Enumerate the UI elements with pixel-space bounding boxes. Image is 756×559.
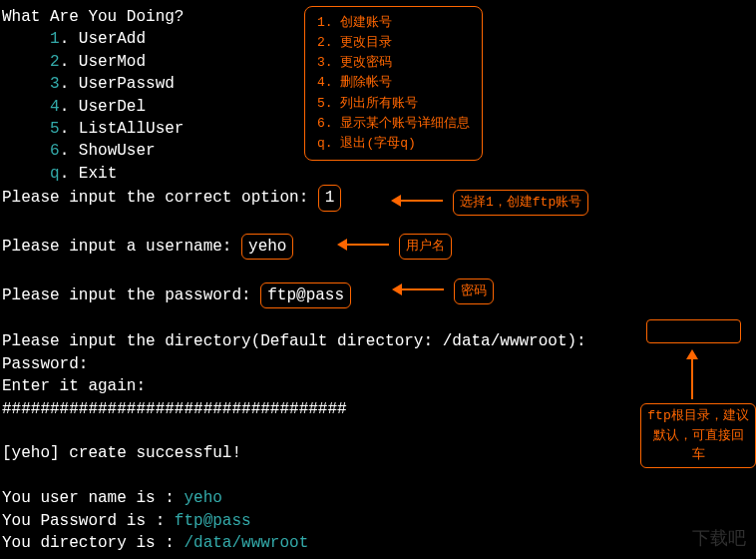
prompt-username: Please input a username: yeho — [2, 234, 754, 260]
legend-item: 1. 创建账号 — [317, 13, 470, 33]
prompt-option: Please input the correct option: 1 — [2, 185, 754, 211]
directory-input[interactable] — [646, 319, 741, 343]
legend-item: 3. 更改密码 — [317, 53, 470, 73]
result-directory: You directory is : /data/wwwroot — [2, 532, 754, 554]
password-input[interactable]: ftp@pass — [260, 282, 351, 308]
password-label: Password: — [2, 353, 754, 375]
arrow-icon — [691, 351, 693, 399]
prompt-directory: Please input the directory(Default direc… — [2, 330, 754, 352]
username-annot: 用户名 — [399, 234, 452, 260]
arrow-icon — [339, 244, 389, 246]
result-username: You user name is : yeho — [2, 487, 754, 509]
arrow-icon — [393, 200, 443, 202]
option-input[interactable]: 1 — [318, 185, 342, 211]
directory-annot: ftp根目录，建议 默认，可直接回车 — [640, 403, 756, 468]
password-annot: 密码 — [454, 279, 494, 304]
legend-item: q. 退出(字母q) — [317, 134, 470, 154]
legend-item: 6. 显示某个账号详细信息 — [317, 114, 470, 134]
directory-annot-line: 默认，可直接回车 — [647, 426, 749, 465]
result-password: You Password is : ftp@pass — [2, 510, 754, 532]
directory-annot-line: ftp根目录，建议 — [647, 406, 749, 426]
arrow-icon — [394, 288, 444, 290]
legend-item: 5. 列出所有账号 — [317, 94, 470, 114]
legend-item: 4. 删除帐号 — [317, 73, 470, 93]
enter-again: Enter it again: — [2, 375, 754, 397]
menu-item: q. Exit — [2, 163, 754, 185]
username-input[interactable]: yeho — [241, 234, 293, 260]
prompt-password: Please input the password: ftp@pass — [2, 282, 754, 308]
option-annot: 选择1，创建ftp账号 — [453, 190, 588, 216]
watermark: 下载吧 — [692, 526, 746, 551]
legend-box: 1. 创建账号 2. 更改目录 3. 更改密码 4. 删除帐号 5. 列出所有账… — [304, 6, 483, 161]
legend-item: 2. 更改目录 — [317, 33, 470, 53]
